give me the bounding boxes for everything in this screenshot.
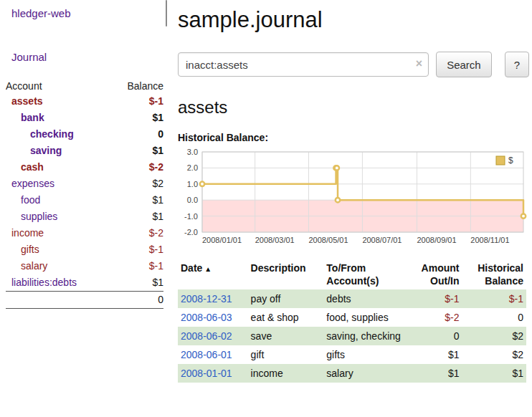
account-heading: assets <box>178 97 529 118</box>
account-balance: $2 <box>110 176 163 192</box>
register-row[interactable]: 2008-06-03eat & shopfood, supplies$-20 <box>178 308 526 327</box>
svg-text:2008/05/01: 2008/05/01 <box>309 236 348 244</box>
transaction-balance: $1 <box>462 364 526 383</box>
main-content: sample.journal × Search ? assets Histori… <box>178 0 529 383</box>
account-link[interactable]: expenses <box>11 177 54 191</box>
register-row[interactable]: 2008-06-02savesaving, checking0$2 <box>178 327 526 345</box>
account-link[interactable]: checking <box>30 128 74 141</box>
account-link[interactable]: gifts <box>21 243 39 257</box>
register-header-accounts[interactable]: To/From Account(s) <box>323 259 405 289</box>
account-row: gifts$-1 <box>6 241 163 258</box>
svg-text:-1.0: -1.0 <box>184 212 198 221</box>
clear-search-icon[interactable]: × <box>416 57 422 70</box>
account-link[interactable]: saving <box>30 144 62 158</box>
account-balance: 0 <box>110 126 163 143</box>
account-link[interactable]: bank <box>21 111 44 125</box>
account-row: supplies$1 <box>6 208 163 225</box>
transaction-date-link[interactable]: 2008-06-01 <box>181 349 232 360</box>
account-row: assets$-1 <box>6 93 163 110</box>
search-box: × <box>178 52 429 77</box>
register-header-balance[interactable]: Historical Balance <box>462 259 526 289</box>
account-link[interactable]: assets <box>11 95 43 108</box>
svg-text:1.0: 1.0 <box>187 180 198 188</box>
account-link[interactable]: supplies <box>21 210 57 224</box>
svg-text:2.0: 2.0 <box>187 163 198 172</box>
register-header-amount[interactable]: Amount Out/In <box>405 259 462 289</box>
page-title: sample.journal <box>178 7 529 33</box>
register-row[interactable]: 2008-12-31pay offdebts$-1$-1 <box>178 289 526 308</box>
accounts-header-row: Account Balance <box>6 79 163 93</box>
accounts-total-spacer <box>6 292 110 309</box>
app-title-link[interactable]: hledger-web <box>11 7 169 19</box>
transaction-date-link[interactable]: 2008-12-31 <box>181 293 232 305</box>
account-row: liabilities:debts$1 <box>6 274 163 292</box>
account-balance: $-2 <box>110 159 163 176</box>
register-row[interactable]: 2008-01-01incomesalary$1$1 <box>178 364 526 383</box>
svg-text:2008/09/01: 2008/09/01 <box>417 236 456 244</box>
account-balance: $-2 <box>110 225 163 241</box>
account-link[interactable]: food <box>21 193 40 207</box>
search-button[interactable]: Search <box>436 52 492 77</box>
account-link[interactable]: income <box>11 226 44 240</box>
transaction-date-link[interactable]: 2008-06-03 <box>181 312 232 323</box>
account-link[interactable]: liabilities:debts <box>11 276 77 289</box>
sidebar-scrollbar[interactable] <box>166 0 167 27</box>
transaction-date-cell: 2008-12-31 <box>178 289 248 308</box>
transaction-accounts: food, supplies <box>323 308 405 327</box>
transaction-amount: $1 <box>405 364 462 383</box>
account-row: income$-2 <box>6 225 163 241</box>
account-row: expenses$2 <box>6 176 163 192</box>
svg-text:2008/07/01: 2008/07/01 <box>362 236 402 244</box>
transaction-date-cell: 2008-06-03 <box>178 308 248 327</box>
transaction-description: eat & shop <box>248 308 324 327</box>
transaction-date-cell: 2008-01-01 <box>178 364 248 383</box>
account-link[interactable]: salary <box>21 259 47 273</box>
svg-text:2008/01/01: 2008/01/01 <box>202 236 242 244</box>
register-row[interactable]: 2008-06-01giftgifts$1$2 <box>178 345 526 364</box>
transaction-description: gift <box>248 345 324 364</box>
svg-text:2008/03/01: 2008/03/01 <box>255 236 295 244</box>
transaction-description: pay off <box>248 289 324 308</box>
account-link[interactable]: cash <box>21 160 44 174</box>
svg-text:0.0: 0.0 <box>187 196 198 204</box>
transaction-balance: $2 <box>462 345 526 364</box>
account-balance: $-1 <box>110 241 163 258</box>
historical-balance-chart: $3.02.01.00.0-1.0-2.02008/01/012008/03/0… <box>178 148 529 251</box>
transaction-date-cell: 2008-06-02 <box>178 327 248 345</box>
search-bar: × Search ? <box>178 52 529 77</box>
svg-text:-2.0: -2.0 <box>184 228 198 236</box>
svg-text:3.0: 3.0 <box>187 148 198 156</box>
transaction-date-link[interactable]: 2008-01-01 <box>181 368 232 379</box>
transaction-amount: $-1 <box>405 289 462 308</box>
transaction-description: save <box>248 327 324 345</box>
account-balance: $1 <box>110 274 163 292</box>
transaction-date-cell: 2008-06-01 <box>178 345 248 364</box>
register-header-description[interactable]: Description <box>248 259 324 289</box>
account-row: food$1 <box>6 192 163 208</box>
register-table: Date ▲DescriptionTo/From Account(s)Amoun… <box>178 259 526 383</box>
account-row: salary$-1 <box>6 258 163 274</box>
transaction-accounts: debts <box>323 289 405 308</box>
svg-text:$: $ <box>508 155 513 166</box>
register-header-date[interactable]: Date ▲ <box>178 259 248 289</box>
transaction-description: income <box>248 364 324 383</box>
svg-text:2008/11/01: 2008/11/01 <box>470 236 509 244</box>
sidebar: hledger-web Journal Account Balance asse… <box>0 0 169 309</box>
transaction-accounts: gifts <box>323 345 405 364</box>
account-row: checking0 <box>6 126 163 143</box>
balance-chart-svg: $3.02.01.00.0-1.0-2.02008/01/012008/03/0… <box>178 148 528 248</box>
account-row: bank$1 <box>6 110 163 126</box>
account-row: saving$1 <box>6 143 163 159</box>
transaction-amount: $1 <box>405 345 462 364</box>
account-balance: $1 <box>110 143 163 159</box>
register-header-row: Date ▲DescriptionTo/From Account(s)Amoun… <box>178 259 526 289</box>
transaction-accounts: saving, checking <box>323 327 405 345</box>
journal-link[interactable]: Journal <box>11 51 169 63</box>
account-balance: $1 <box>110 208 163 225</box>
account-balance: $1 <box>110 110 163 126</box>
transaction-date-link[interactable]: 2008-06-02 <box>181 330 232 342</box>
help-button[interactable]: ? <box>505 52 529 77</box>
search-input[interactable] <box>178 52 429 77</box>
accounts-header-balance: Balance <box>110 79 163 93</box>
sort-ascending-icon: ▲ <box>202 265 212 273</box>
